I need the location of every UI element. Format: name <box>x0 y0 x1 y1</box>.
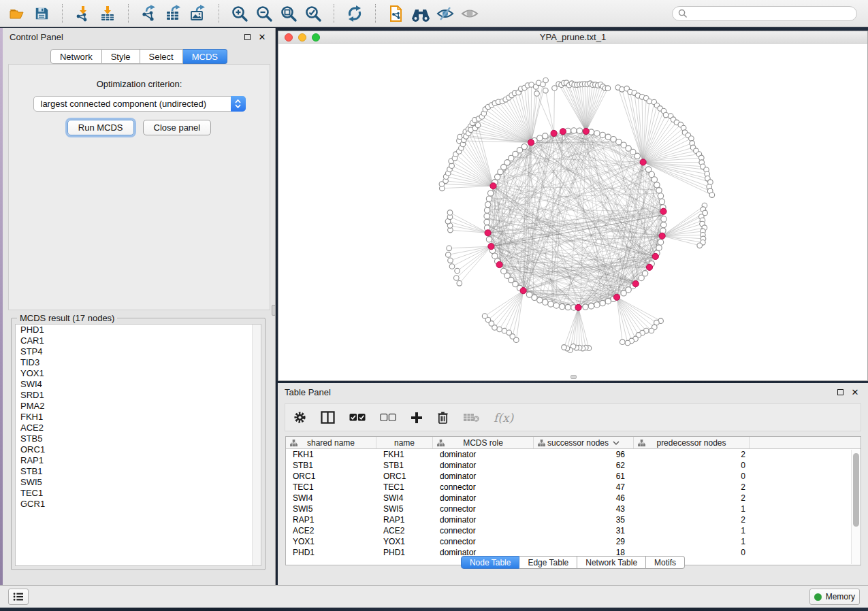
zoom-fit-button[interactable] <box>278 3 299 24</box>
mcds-network-node[interactable] <box>488 244 494 250</box>
network-node[interactable] <box>611 137 616 142</box>
column-header-name[interactable]: name <box>376 437 433 448</box>
delete-column-button[interactable] <box>437 411 449 424</box>
tab-motifs[interactable]: Motifs <box>646 556 685 569</box>
network-node[interactable] <box>534 91 540 97</box>
network-node[interactable] <box>605 86 611 91</box>
network-node[interactable] <box>594 302 600 308</box>
network-node[interactable] <box>647 99 652 104</box>
mcds-network-node[interactable] <box>520 288 526 294</box>
mcds-result-item[interactable]: PHD1 <box>16 325 261 335</box>
network-node[interactable] <box>661 222 666 227</box>
add-column-button[interactable] <box>411 412 423 424</box>
open-file-button[interactable] <box>7 3 27 24</box>
network-node[interactable] <box>656 245 662 250</box>
import-network-button[interactable] <box>73 3 93 24</box>
network-node[interactable] <box>447 246 452 251</box>
network-node[interactable] <box>447 210 453 216</box>
split-panel-button[interactable] <box>321 411 335 424</box>
network-node[interactable] <box>661 216 666 222</box>
table-settings-button[interactable] <box>293 411 306 424</box>
mcds-result-item[interactable]: SWI4 <box>16 379 261 390</box>
network-node[interactable] <box>600 300 605 306</box>
mcds-result-item[interactable]: STB1 <box>16 466 261 477</box>
network-node[interactable] <box>537 135 543 141</box>
mcds-result-item[interactable]: TID3 <box>16 357 261 368</box>
network-node[interactable] <box>454 276 460 281</box>
network-node[interactable] <box>543 88 549 93</box>
task-history-button[interactable] <box>8 589 29 605</box>
network-node[interactable] <box>448 258 453 263</box>
network-node[interactable] <box>502 328 507 333</box>
network-node[interactable] <box>457 281 462 286</box>
tab-style[interactable]: Style <box>102 49 140 64</box>
mcds-network-node[interactable] <box>551 130 557 136</box>
network-node[interactable] <box>605 134 611 139</box>
network-node[interactable] <box>663 112 669 118</box>
column-header-mcds-role[interactable]: MCDS role <box>433 437 534 448</box>
network-canvas[interactable] <box>278 44 867 380</box>
network-node[interactable] <box>548 301 553 307</box>
show-all-button[interactable] <box>460 3 480 24</box>
network-node[interactable] <box>649 328 654 333</box>
mcds-network-node[interactable] <box>560 129 566 135</box>
mcds-network-node[interactable] <box>485 230 491 236</box>
list-scrollbar-track[interactable] <box>252 325 261 565</box>
mcds-network-node[interactable] <box>646 264 652 270</box>
network-node[interactable] <box>553 303 559 308</box>
float-panel-button[interactable] <box>241 31 253 43</box>
network-node[interactable] <box>484 214 489 219</box>
mcds-result-item[interactable]: TEC1 <box>16 488 261 499</box>
table-row[interactable]: ORC1ORC1dominator610 <box>286 471 861 482</box>
network-node[interactable] <box>659 199 664 204</box>
apply-layout-button[interactable] <box>344 3 365 24</box>
criterion-dropdown[interactable]: largest connected component (undirected) <box>33 96 246 112</box>
table-row[interactable]: TEC1TEC1connector472 <box>286 482 861 493</box>
network-node[interactable] <box>583 304 588 310</box>
network-node[interactable] <box>501 268 507 274</box>
network-node[interactable] <box>697 243 703 248</box>
network-window-titlebar[interactable]: YPA_prune.txt_1 <box>278 31 867 44</box>
network-node[interactable] <box>658 240 663 245</box>
mcds-network-node[interactable] <box>583 128 589 134</box>
network-node[interactable] <box>605 299 611 304</box>
network-node[interactable] <box>560 303 565 309</box>
mcds-result-list[interactable]: PHD1CAR1STP4TID3YOX1SWI4SRD1PMA2FKH1ACE2… <box>15 324 261 566</box>
mcds-result-item[interactable]: CAR1 <box>16 335 261 346</box>
hide-selected-button[interactable] <box>435 3 455 24</box>
network-node[interactable] <box>689 136 694 142</box>
zoom-out-button[interactable] <box>254 3 274 24</box>
network-node[interactable] <box>565 304 570 310</box>
network-node[interactable] <box>486 196 492 201</box>
network-node[interactable] <box>455 268 460 274</box>
float-table-panel-button[interactable] <box>834 386 846 398</box>
mcds-result-item[interactable]: STP4 <box>16 346 261 357</box>
export-network-button[interactable] <box>139 3 159 24</box>
search-network-button[interactable] <box>411 3 431 24</box>
table-row[interactable]: FKH1FKH1dominator962 <box>286 449 861 460</box>
delete-table-button[interactable] <box>463 412 479 423</box>
network-node[interactable] <box>543 299 548 305</box>
network-node[interactable] <box>488 191 494 196</box>
mcds-result-item[interactable]: FKH1 <box>16 412 261 423</box>
table-row[interactable]: ACE2ACE2connector311 <box>286 525 861 536</box>
new-network-from-selection-button[interactable] <box>386 3 406 24</box>
mcds-network-node[interactable] <box>659 233 665 239</box>
network-node[interactable] <box>625 340 630 346</box>
network-node[interactable] <box>639 275 644 280</box>
network-node[interactable] <box>449 264 455 269</box>
network-node[interactable] <box>497 327 502 332</box>
tab-node-table[interactable]: Node Table <box>461 556 520 569</box>
mcds-network-node[interactable] <box>575 304 581 310</box>
network-node[interactable] <box>620 340 626 345</box>
mcds-network-node[interactable] <box>660 208 666 214</box>
network-node[interactable] <box>552 86 558 91</box>
network-node[interactable] <box>620 87 625 93</box>
mcds-network-node[interactable] <box>632 281 639 287</box>
network-node[interactable] <box>658 193 663 199</box>
save-session-button[interactable] <box>31 3 52 24</box>
column-header-shared-name[interactable]: shared name <box>286 437 376 448</box>
network-node[interactable] <box>571 128 577 133</box>
tab-select[interactable]: Select <box>140 49 183 64</box>
close-table-panel-button[interactable]: ✕ <box>849 386 861 398</box>
